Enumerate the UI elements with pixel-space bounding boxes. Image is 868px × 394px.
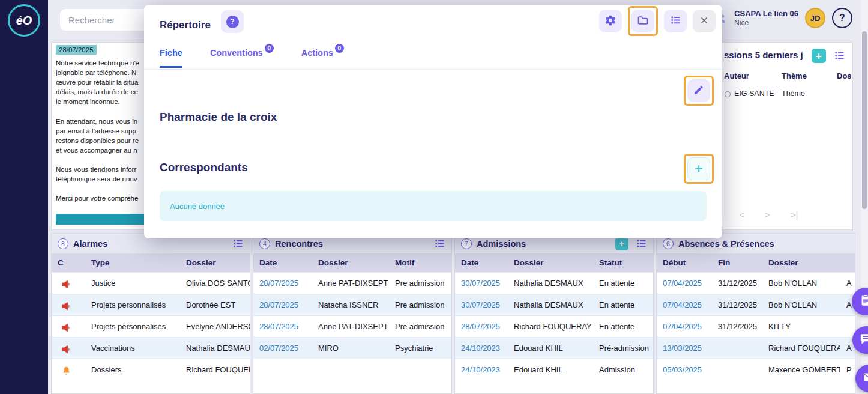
tab-fiche[interactable]: Fiche <box>160 48 182 68</box>
table-cell: Vaccinations <box>85 338 180 359</box>
table-cell: Psychiatrie <box>389 338 451 359</box>
table-cell: Nathalia DESMAUX <box>180 338 250 359</box>
list-view-icon[interactable] <box>434 238 445 249</box>
table-row[interactable]: DossiersRichard FOUQUERAY <box>52 359 250 381</box>
column-header[interactable]: Dos <box>832 68 851 84</box>
add-admission-button[interactable]: + <box>615 237 628 250</box>
table-row[interactable]: Projets personnalisésEvelyne ANDERSON <box>52 316 250 338</box>
column-header[interactable] <box>840 253 855 273</box>
record-title: Pharmacie de la croix <box>160 111 277 124</box>
repertoire-modal: Répertoire ? Fiche <box>144 5 722 238</box>
table-cell: Pre admission <box>389 273 451 294</box>
table-row[interactable]: 07/04/202531/12/2025Bob N'OLLANA <box>657 294 855 316</box>
scrollbar-thumb[interactable] <box>862 31 867 209</box>
modal-help-button[interactable]: ? <box>221 10 244 33</box>
search-input[interactable]: Rechercher <box>60 9 156 31</box>
settings-button[interactable] <box>599 10 622 32</box>
add-transmission-button[interactable]: + <box>812 49 826 63</box>
table-cell: Richard FOUQUERAY <box>508 316 593 338</box>
column-header[interactable]: Type <box>85 253 180 273</box>
column-header[interactable]: Date <box>455 253 508 273</box>
column-header[interactable]: Motif <box>389 253 451 273</box>
table-cell: Bob N'OLLAN <box>762 294 840 316</box>
column-header[interactable]: Dossier <box>762 253 840 273</box>
sidebar: éO <box>0 0 48 394</box>
tab-actions[interactable]: Actions 0 <box>301 48 344 68</box>
table-cell: Projets personnalisés <box>85 294 180 316</box>
table-row[interactable]: 24/10/2023Edouard KHILAdmission <box>455 359 653 381</box>
table-row[interactable]: 28/07/2025Anne PAT-DIXSEPTPre admission <box>253 316 451 338</box>
table-row[interactable]: 28/07/2025Natacha ISSNERPre admission <box>253 294 451 316</box>
close-button[interactable] <box>693 10 716 32</box>
table-cell: Dorothée EST <box>180 294 250 316</box>
highlight-box-folder <box>628 6 658 36</box>
table-cell <box>712 338 762 359</box>
column-header[interactable]: Début <box>657 253 712 273</box>
table-row[interactable]: 07/04/202531/12/2025Bob N'OLLANA <box>657 273 855 294</box>
table-row[interactable]: EIG SANTEThème <box>719 84 851 103</box>
column-header[interactable]: Dossier <box>508 253 593 273</box>
table-cell: Richard FOUQUERAY <box>762 338 840 359</box>
floating-message-button[interactable] <box>855 365 868 392</box>
table-cell: Justice <box>85 273 180 294</box>
column-header[interactable]: Statut <box>593 253 653 273</box>
page-last-icon[interactable]: >| <box>791 210 798 220</box>
alarms-panel: 8 Alarmes CTypeDossierJusticeOlivia DOS … <box>51 233 250 394</box>
table-cell <box>832 84 851 103</box>
user-avatar[interactable]: JD <box>805 8 825 28</box>
table-cell: MIRO <box>312 338 389 359</box>
column-header[interactable]: Dossier <box>180 253 250 273</box>
alarm-megaphone-icon <box>61 279 71 289</box>
table-cell: 02/07/2025 <box>253 338 312 359</box>
help-button[interactable]: ? <box>832 8 852 28</box>
table-cell: Dossiers <box>85 359 180 381</box>
list-view-icon[interactable] <box>232 238 244 249</box>
rencontres-panel: 4 Rencontres DateDossierMotif28/07/2025A… <box>253 233 452 394</box>
edit-button[interactable] <box>687 79 710 102</box>
table-row[interactable]: 02/07/2025MIROPsychiatrie <box>253 338 451 359</box>
empty-message: Aucune donnée <box>170 202 225 211</box>
column-header[interactable]: Date <box>253 253 312 273</box>
column-header[interactable]: Fin <box>712 253 762 273</box>
logo-text: éO <box>16 14 32 28</box>
table-row[interactable]: 28/07/2025Richard FOUQUERAYEn attente <box>455 316 653 338</box>
table-cell: Bob N'OLLAN <box>762 273 840 294</box>
list-view-icon[interactable] <box>636 238 647 249</box>
table-row[interactable]: 07/04/202531/12/2025KITTY <box>657 316 855 338</box>
modal-tabs: Fiche Conventions 0 Actions 0 <box>160 48 344 68</box>
table-row[interactable]: 05/03/2025Maxence GOMBERTP <box>657 359 855 381</box>
list-view-icon[interactable] <box>834 50 845 61</box>
add-correspondant-button[interactable]: + <box>687 157 710 180</box>
highlight-box-edit <box>684 76 714 106</box>
column-header[interactable]: C <box>52 253 85 273</box>
table-row[interactable]: 24/10/2023Edouard KHILPré-admission <box>455 338 653 359</box>
table-row[interactable]: VaccinationsNathalia DESMAUX <box>52 338 250 359</box>
table-cell: Maxence GOMBERT <box>762 359 840 381</box>
table-row[interactable]: 28/07/2025Anne PAT-DIXSEPTPre admission <box>253 273 451 294</box>
tab-badge: 0 <box>335 44 344 53</box>
tab-conventions[interactable]: Conventions 0 <box>210 48 274 68</box>
panel-title: ssions 5 derniers j <box>724 50 803 60</box>
page-next-icon[interactable]: > <box>765 210 770 220</box>
column-header[interactable]: Dossier <box>312 253 389 273</box>
app-logo[interactable]: éO <box>8 4 40 37</box>
column-header[interactable]: Thème <box>777 68 832 84</box>
count-badge: 8 <box>58 238 68 249</box>
admissions-panel: 7 Admissions + DateDossierStatut30/07/20… <box>454 233 654 394</box>
table-row[interactable]: Projets personnalisésDorothée EST <box>52 294 250 316</box>
column-header[interactable]: Auteur <box>719 68 777 84</box>
table-row[interactable]: JusticeOlivia DOS SANTOS <box>52 273 250 294</box>
chat-icon <box>860 332 868 348</box>
org-name: CSAPA Le lien 06 <box>734 9 798 18</box>
table-row[interactable]: 30/07/2025Nathalia DESMAUXEn attente <box>455 294 653 316</box>
table-row[interactable]: 13/03/2025Richard FOUQUERAYA <box>657 338 855 359</box>
tab-badge: 0 <box>265 44 274 53</box>
list-button[interactable] <box>664 10 687 32</box>
page-prev-icon[interactable]: < <box>739 210 744 220</box>
table-cell: 24/10/2023 <box>455 359 508 381</box>
table-cell <box>52 338 85 359</box>
tab-label: Fiche <box>160 48 182 58</box>
folder-button[interactable] <box>631 10 654 32</box>
table-row[interactable]: 30/07/2025Nathalia DESMAUXEn attente <box>455 273 653 294</box>
table-cell: Evelyne ANDERSON <box>180 316 250 338</box>
